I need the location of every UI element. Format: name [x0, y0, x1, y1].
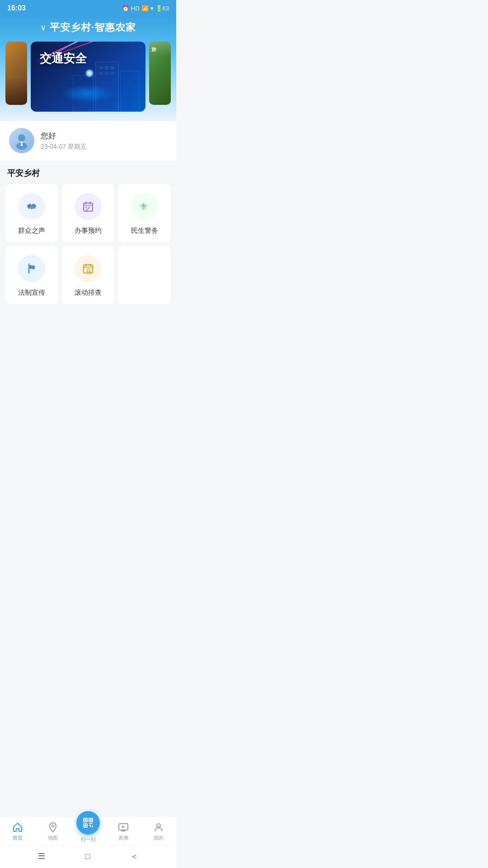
banner-scroll: 交通安全 旅 [0, 42, 176, 112]
battery-icon: 🔋63 [155, 5, 169, 12]
grid-item-gundong[interactable]: 滚动排查 [62, 246, 115, 304]
minsheng-label: 民生警务 [131, 226, 158, 235]
grid-row-2: 法制宣传 滚动排查 [5, 246, 171, 304]
svg-rect-5 [99, 72, 103, 75]
banshi-icon-bg [75, 193, 102, 220]
svg-line-16 [96, 98, 105, 111]
banner-right-label: 旅 [151, 46, 156, 53]
network-icon: 📶 [141, 5, 149, 12]
signal-icon: HD [131, 5, 140, 12]
banner-left-thumb[interactable] [5, 42, 27, 105]
calendar-search-icon [81, 261, 95, 276]
svg-rect-3 [105, 66, 108, 69]
section-title: 平安乡村 [5, 168, 171, 179]
banner-main-text: 交通安全 [40, 51, 87, 66]
svg-rect-6 [105, 72, 108, 75]
section-ping-an: 平安乡村 群众之声 [0, 160, 176, 311]
svg-rect-25 [85, 207, 87, 208]
svg-rect-0 [96, 62, 118, 112]
user-section: 您好 23-04-07 星期五 [0, 121, 176, 160]
banner-content: 交通安全 [31, 42, 145, 112]
grid-item-fazhi[interactable]: 法制宣传 [5, 246, 58, 304]
banner-main[interactable]: 交通安全 [31, 42, 145, 112]
fazhi-icon-bg [18, 255, 45, 282]
quanzhong-icon-bg [18, 193, 45, 220]
status-bar: 16:03 ⏰ HD 📶 ▾ 🔋63 [0, 0, 176, 16]
greeting: 您好 [41, 131, 87, 141]
grid-item-minsheng[interactable]: ⚜ 民生警务 [118, 184, 171, 242]
header: ∨ 平安乡村·智惠农家 [0, 16, 176, 42]
status-time: 16:03 [7, 4, 26, 12]
banner-right-thumb[interactable]: 旅 [149, 42, 171, 105]
svg-rect-8 [73, 75, 94, 112]
alarm-icon: ⏰ [122, 5, 129, 12]
grid-item-quanzhong[interactable]: 群众之声 [5, 184, 58, 242]
quanzhong-label: 群众之声 [18, 226, 45, 235]
wifi-icon: ▾ [150, 5, 154, 12]
flag-icon [24, 261, 39, 276]
fazhi-label: 法制宣传 [18, 288, 45, 297]
status-icons: ⏰ HD 📶 ▾ 🔋63 [122, 5, 169, 12]
banner-section: 交通安全 旅 [0, 42, 176, 121]
svg-rect-4 [110, 66, 114, 69]
svg-text:⚜: ⚜ [139, 201, 148, 212]
user-info: 您好 23-04-07 星期五 [41, 131, 87, 151]
minsheng-icon-bg: ⚜ [131, 193, 158, 220]
chevron-down-icon[interactable]: ∨ [40, 23, 46, 33]
grid-row-1: 群众之声 办事预约 ⚜ [5, 184, 171, 242]
header-title: 平安乡村·智惠农家 [50, 21, 136, 34]
banshi-label: 办事预约 [75, 226, 102, 235]
avatar [9, 128, 34, 153]
avatar-figure [13, 132, 31, 150]
gundong-icon-bg [75, 255, 102, 282]
svg-line-34 [89, 272, 91, 273]
police-star-icon: ⚜ [137, 199, 152, 214]
svg-point-17 [18, 134, 25, 142]
svg-line-15 [78, 98, 96, 111]
gundong-label: 滚动排查 [75, 288, 102, 297]
date: 23-04-07 星期五 [41, 143, 87, 151]
svg-rect-7 [110, 72, 114, 75]
grid-item-empty [118, 246, 171, 304]
svg-rect-9 [121, 71, 139, 112]
handshake-icon [24, 199, 39, 214]
svg-rect-2 [99, 66, 103, 69]
grid-item-banshi[interactable]: 办事预约 [62, 184, 115, 242]
calendar-check-icon [81, 199, 95, 214]
